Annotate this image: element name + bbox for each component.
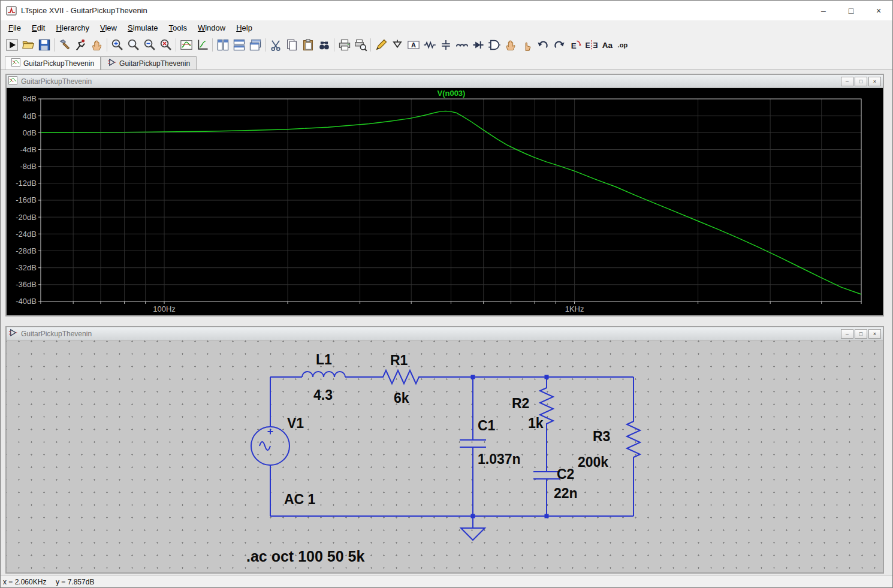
save-icon[interactable] xyxy=(36,37,52,53)
label-l1-ref[interactable]: L1 xyxy=(316,352,332,367)
menu-window[interactable]: Window xyxy=(192,22,231,34)
tab-waveform[interactable]: GuitarPickupThevenin xyxy=(5,56,101,70)
ground-symbol[interactable] xyxy=(461,516,485,540)
inductor-l1[interactable] xyxy=(302,372,345,377)
child-minimize-button[interactable]: – xyxy=(841,77,853,86)
rotate-icon[interactable]: E xyxy=(567,37,583,53)
open-icon[interactable] xyxy=(20,37,36,53)
autorange-icon[interactable] xyxy=(194,37,210,53)
spice-directive-icon[interactable]: .op xyxy=(616,37,632,53)
maximize-button[interactable]: □ xyxy=(837,1,865,20)
capacitor-icon[interactable] xyxy=(438,37,454,53)
child-close-button[interactable]: × xyxy=(868,329,881,339)
diode-icon[interactable] xyxy=(470,37,486,53)
zoom-full-icon[interactable] xyxy=(158,37,174,53)
waveform-plot-canvas[interactable]: 8dB4dB0dB-4dB-8dB-12dB-16dB-20dB-24dB-28… xyxy=(7,88,883,315)
waveform-plot-area[interactable]: 8dB4dB0dB-4dB-8dB-12dB-16dB-20dB-24dB-28… xyxy=(7,88,883,315)
trace-label[interactable]: V(n003) xyxy=(438,89,466,98)
zoom-out-icon[interactable] xyxy=(141,37,158,53)
minimize-button[interactable]: – xyxy=(810,1,837,20)
ground-icon[interactable] xyxy=(389,37,405,53)
resistor-r1[interactable] xyxy=(376,370,426,384)
schematic-window-titlebar[interactable]: GuitarPickupThevenin – □ × xyxy=(7,327,883,340)
svg-text:E: E xyxy=(571,41,576,50)
undo-icon[interactable] xyxy=(535,37,551,53)
capacitor-c2[interactable] xyxy=(533,472,560,479)
label-c2-value[interactable]: 22n xyxy=(554,486,578,501)
label-v1-value[interactable]: AC 1 xyxy=(284,491,316,507)
waveform-window-titlebar[interactable]: GuitarPickupThevenin – □ × xyxy=(7,75,883,88)
label-l1-value[interactable]: 4.3 xyxy=(313,387,333,403)
label-v1-ref[interactable]: V1 xyxy=(287,415,304,431)
menu-help[interactable]: Help xyxy=(231,22,258,34)
label-c1-ref[interactable]: C1 xyxy=(478,418,496,433)
label-r1-value[interactable]: 6k xyxy=(394,390,409,406)
drag-icon[interactable] xyxy=(518,37,535,53)
capacitor-c1[interactable] xyxy=(460,440,486,447)
zoom-back-icon[interactable] xyxy=(125,37,141,53)
menu-edit[interactable]: Edit xyxy=(26,22,50,34)
child-restore-button[interactable]: □ xyxy=(855,329,867,339)
net-label-icon[interactable]: A xyxy=(405,37,421,53)
waveform-tab-icon xyxy=(11,58,20,68)
copy-icon[interactable] xyxy=(283,37,300,53)
svg-text:-12dB: -12dB xyxy=(16,179,37,188)
label-c2-ref[interactable]: C2 xyxy=(557,466,574,482)
cursor-x-readout: x = 2.060KHz xyxy=(3,578,56,586)
menu-view[interactable]: View xyxy=(95,22,122,34)
resistor-r3[interactable] xyxy=(627,418,640,462)
child-close-button[interactable]: × xyxy=(868,77,881,86)
schematic-canvas[interactable]: L1 4.3 R1 6k V1 AC 1 C1 1.037n R2 1k C2 … xyxy=(7,340,883,572)
svg-text:0dB: 0dB xyxy=(23,128,37,137)
svg-text:Aa: Aa xyxy=(602,40,613,49)
zoom-in-icon[interactable] xyxy=(109,37,125,53)
menu-tools[interactable]: Tools xyxy=(164,22,192,34)
print-preview-icon[interactable] xyxy=(352,37,369,53)
cut-icon[interactable] xyxy=(267,37,283,53)
label-r1-ref[interactable]: R1 xyxy=(390,352,408,368)
move-icon[interactable] xyxy=(502,37,518,53)
menu-simulate[interactable]: Simulate xyxy=(122,22,164,34)
voltage-source-v1[interactable] xyxy=(251,427,289,465)
menu-hierarchy[interactable]: Hierarchy xyxy=(50,22,95,34)
run-icon[interactable] xyxy=(4,37,20,53)
mirror-icon[interactable]: EE xyxy=(583,37,599,53)
child-minimize-button[interactable]: – xyxy=(841,329,853,339)
label-r2-ref[interactable]: R2 xyxy=(512,396,529,411)
svg-text:100Hz: 100Hz xyxy=(153,304,176,313)
inductor-icon[interactable] xyxy=(454,37,470,53)
control-panel-icon[interactable] xyxy=(56,37,73,53)
label-r3-ref[interactable]: R3 xyxy=(593,429,610,444)
y-axis-labels: 8dB4dB0dB-4dB-8dB-12dB-16dB-20dB-24dB-28… xyxy=(16,94,37,306)
redo-icon[interactable] xyxy=(551,37,567,53)
schematic-labels: L1 4.3 R1 6k V1 AC 1 C1 1.037n R2 1k C2 … xyxy=(246,352,610,565)
menu-bar: FileEditHierarchyViewSimulateToolsWindow… xyxy=(1,20,892,35)
schematic-tab-icon xyxy=(107,58,116,68)
label-r2-value[interactable]: 1k xyxy=(528,415,544,431)
cascade-windows-icon[interactable] xyxy=(247,37,263,53)
schematic-window-icon xyxy=(8,328,17,339)
spice-directive-text[interactable]: .ac oct 100 50 5k xyxy=(246,548,364,565)
wire-icon[interactable] xyxy=(373,37,389,53)
resistor-icon[interactable] xyxy=(421,37,438,53)
menu-file[interactable]: File xyxy=(3,22,26,34)
text-icon[interactable]: Aa xyxy=(599,37,616,53)
cursor-y-readout: y = 7.857dB xyxy=(56,578,94,586)
child-restore-button[interactable]: □ xyxy=(855,77,867,86)
label-r3-value[interactable]: 200k xyxy=(578,454,608,470)
paste-icon[interactable] xyxy=(300,37,316,53)
schematic-canvas-area[interactable]: L1 4.3 R1 6k V1 AC 1 C1 1.037n R2 1k C2 … xyxy=(7,340,883,572)
label-c1-value[interactable]: 1.037n xyxy=(478,451,521,467)
find-icon[interactable] xyxy=(316,37,332,53)
tab-schematic[interactable]: GuitarPickupThevenin xyxy=(101,56,197,70)
print-icon[interactable] xyxy=(336,37,352,53)
waveform-window-title: GuitarPickupThevenin xyxy=(21,77,92,86)
run-simulation-icon[interactable] xyxy=(73,37,89,53)
component-icon[interactable] xyxy=(486,37,502,53)
svg-text:8dB: 8dB xyxy=(23,94,37,103)
tile-vertical-icon[interactable] xyxy=(215,37,231,53)
plot-settings-icon[interactable] xyxy=(178,37,194,53)
halt-icon[interactable] xyxy=(89,37,105,53)
tile-horizontal-icon[interactable] xyxy=(231,37,247,53)
close-button[interactable]: × xyxy=(865,1,892,20)
